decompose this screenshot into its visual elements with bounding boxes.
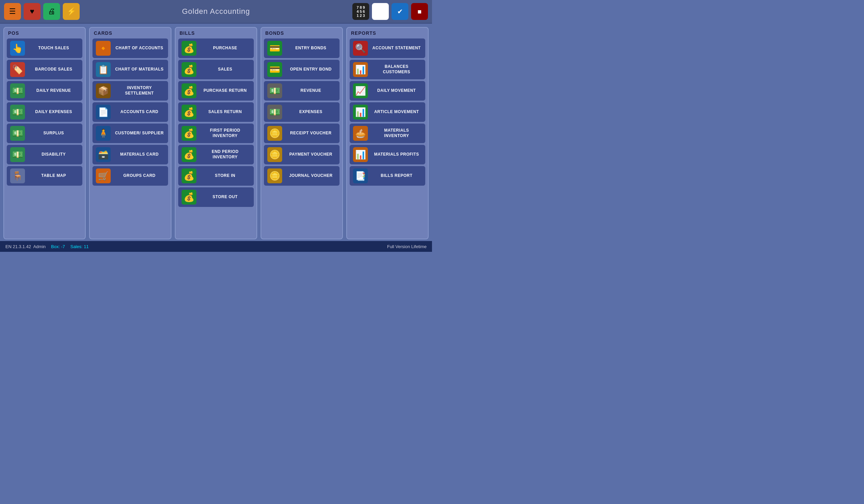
menu-item-accounts-card[interactable]: 📄ACCOUNTS CARD (93, 102, 168, 122)
menu-item-open-entry-bond[interactable]: 💳OPEN ENTRY BOND (264, 60, 339, 79)
menu-item-entry-bonds[interactable]: 💳ENTRY BONDS (264, 38, 339, 58)
daily-movement-label: DAILY MOVEMENT (371, 88, 422, 94)
chart-of-materials-label: CHART OF MATERIALS (114, 67, 165, 72)
menu-item-balances-customers[interactable]: 📊BALANCES CUSTOMERS (350, 60, 425, 79)
menu-item-store-out[interactable]: 💰STORE OUT (178, 187, 254, 207)
menu-item-revenue[interactable]: 💵REVENUE (264, 81, 339, 100)
menu-item-daily-movement[interactable]: 📈DAILY MOVEMENT (350, 81, 425, 100)
menu-item-materials-card[interactable]: 🗃️MATERIALS CARD (93, 145, 168, 164)
column-header-pos: POS (4, 28, 85, 37)
receipt-voucher-icon: 🪙 (267, 126, 282, 141)
materials-profits-label: MATERIALS PROFITS (371, 152, 422, 157)
revenue-icon: 💵 (267, 83, 282, 98)
store-out-icon: 💰 (182, 190, 196, 205)
customer-supplier-label: CUSTOMER/ SUPPLIER (114, 131, 165, 136)
surplus-label: SURPLUS (28, 131, 79, 136)
bills-report-icon: 📑 (353, 168, 368, 183)
menu-item-materials-inventory[interactable]: 🥧MATERIALS INVENTORY (350, 123, 425, 143)
menu-item-account-statement[interactable]: 🔍ACCOUNT STATEMENT (350, 38, 425, 58)
menu-item-groups-card[interactable]: 🛒GROUPS CARD (93, 166, 168, 186)
menu-item-daily-revenue[interactable]: 💵DAILY REVENUE (7, 81, 82, 100)
daily-movement-icon: 📈 (353, 83, 368, 98)
menu-item-payment-voucher[interactable]: 🪙PAYMENT VOUCHER (264, 145, 339, 164)
status-bar-left: EN 21.3.1.42 Admin Box: -7 Sales: 11 (5, 244, 89, 249)
purchase-return-icon: 💰 (182, 83, 196, 98)
purchase-return-label: PURCHASE RETURN (200, 88, 250, 94)
store-out-label: STORE OUT (200, 194, 250, 200)
column-items-bonds: 💳ENTRY BONDS💳OPEN ENTRY BOND💵REVENUE💵EXP… (261, 37, 342, 239)
menu-item-end-period-inventory[interactable]: 💰END PERIOD INVENTORY (178, 145, 254, 164)
expenses-icon: 💵 (267, 105, 282, 120)
box-info: Box: -7 (51, 244, 65, 249)
checkmark-button[interactable]: ✔ (392, 3, 408, 20)
bills-report-label: BILLS REPORT (371, 173, 422, 179)
column-pos: POS👆TOUCH SALES🏷️BARCODE SALES💵DAILY REV… (3, 27, 86, 239)
menu-item-store-in[interactable]: 💰STORE IN (178, 166, 254, 186)
table-map-label: TABLE MAP (28, 173, 79, 179)
inventory-settlement-label: INVENTORY SETTLEMENT (114, 85, 165, 96)
status-bar: EN 21.3.1.42 Admin Box: -7 Sales: 11 Ful… (0, 241, 432, 252)
journal-voucher-label: JOURNAL VOUCHER (286, 173, 336, 179)
menu-item-expenses[interactable]: 💵EXPENSES (264, 102, 339, 122)
purchase-icon: 💰 (182, 41, 196, 56)
payment-voucher-icon: 🪙 (267, 147, 282, 162)
touch-sales-icon: 👆 (10, 41, 25, 56)
menu-item-table-map[interactable]: 🪑TABLE MAP (7, 166, 82, 186)
daily-expenses-label: DAILY EXPENSES (28, 109, 79, 115)
printer-button[interactable]: 🖨 (43, 3, 60, 20)
license-info: Full Version Lifetime (387, 244, 427, 249)
entry-bonds-icon: 💳 (267, 41, 282, 56)
open-entry-bond-label: OPEN ENTRY BOND (286, 67, 336, 72)
top-bar-right-icons: 7 8 94 5 61 2 3 ✔ ■ (352, 3, 428, 20)
menu-item-article-movement[interactable]: 📊ARTICLE MOVEMENT (350, 102, 425, 122)
column-items-pos: 👆TOUCH SALES🏷️BARCODE SALES💵DAILY REVENU… (4, 37, 85, 239)
column-bonds: BONDS💳ENTRY BONDS💳OPEN ENTRY BOND💵REVENU… (261, 27, 343, 239)
menu-button[interactable]: ☰ (4, 3, 21, 20)
menu-item-bills-report[interactable]: 📑BILLS REPORT (350, 166, 425, 186)
menu-item-sales-return[interactable]: 💰SALES RETURN (178, 102, 254, 122)
account-statement-icon: 🔍 (353, 41, 368, 56)
purchase-label: PURCHASE (200, 46, 250, 51)
column-header-cards: CARDS (90, 28, 171, 37)
column-header-bills: BILLS (176, 28, 256, 37)
menu-item-purchase-return[interactable]: 💰PURCHASE RETURN (178, 81, 254, 100)
favorites-button[interactable]: ♥ (24, 3, 40, 20)
close-button[interactable]: ■ (411, 3, 428, 20)
menu-item-chart-of-accounts[interactable]: 🔸CHART OF ACCOUNTS (93, 38, 168, 58)
open-entry-bond-icon: 💳 (267, 62, 282, 77)
store-in-label: STORE IN (200, 173, 250, 179)
surplus-icon: 💵 (10, 126, 25, 141)
menu-item-materials-profits[interactable]: 📊MATERIALS PROFITS (350, 145, 425, 164)
menu-item-purchase[interactable]: 💰PURCHASE (178, 38, 254, 58)
chart-of-accounts-label: CHART OF ACCOUNTS (114, 46, 165, 51)
top-bar-left-icons: ☰ ♥ 🖨 ⚡ (4, 3, 80, 20)
menu-item-inventory-settlement[interactable]: 📦INVENTORY SETTLEMENT (93, 81, 168, 100)
menu-item-chart-of-materials[interactable]: 📋CHART OF MATERIALS (93, 60, 168, 79)
menu-item-daily-expenses[interactable]: 💵DAILY EXPENSES (7, 102, 82, 122)
calculator-button[interactable]: 7 8 94 5 61 2 3 (352, 3, 369, 20)
menu-item-touch-sales[interactable]: 👆TOUCH SALES (7, 38, 82, 58)
column-items-bills: 💰PURCHASE💰SALES💰PURCHASE RETURN💰SALES RE… (176, 37, 256, 239)
blank-button[interactable] (372, 3, 389, 20)
customer-supplier-icon: 🧍 (96, 126, 111, 141)
menu-item-barcode-sales[interactable]: 🏷️BARCODE SALES (7, 60, 82, 79)
column-reports: REPORTS🔍ACCOUNT STATEMENT📊BALANCES CUSTO… (346, 27, 429, 239)
menu-item-first-period-inventory[interactable]: 💰FIRST PERIOD INVENTORY (178, 123, 254, 143)
menu-item-customer-supplier[interactable]: 🧍CUSTOMER/ SUPPLIER (93, 123, 168, 143)
materials-inventory-icon: 🥧 (353, 126, 368, 141)
groups-card-icon: 🛒 (96, 168, 111, 183)
top-bar: ☰ ♥ 🖨 ⚡ Golden Accounting 7 8 94 5 61 2 … (0, 0, 432, 24)
materials-card-label: MATERIALS CARD (114, 152, 165, 157)
column-items-cards: 🔸CHART OF ACCOUNTS📋CHART OF MATERIALS📦IN… (90, 37, 171, 239)
menu-item-surplus[interactable]: 💵SURPLUS (7, 123, 82, 143)
menu-item-journal-voucher[interactable]: 🪙JOURNAL VOUCHER (264, 166, 339, 186)
daily-revenue-label: DAILY REVENUE (28, 88, 79, 94)
usb-button[interactable]: ⚡ (63, 3, 80, 20)
article-movement-label: ARTICLE MOVEMENT (371, 109, 422, 115)
menu-item-sales[interactable]: 💰SALES (178, 60, 254, 79)
groups-card-label: GROUPS CARD (114, 173, 165, 179)
menu-item-receipt-voucher[interactable]: 🪙RECEIPT VOUCHER (264, 123, 339, 143)
accounts-card-label: ACCOUNTS CARD (114, 109, 165, 115)
menu-item-disability[interactable]: 💵DISABILITY (7, 145, 82, 164)
disability-icon: 💵 (10, 147, 25, 162)
